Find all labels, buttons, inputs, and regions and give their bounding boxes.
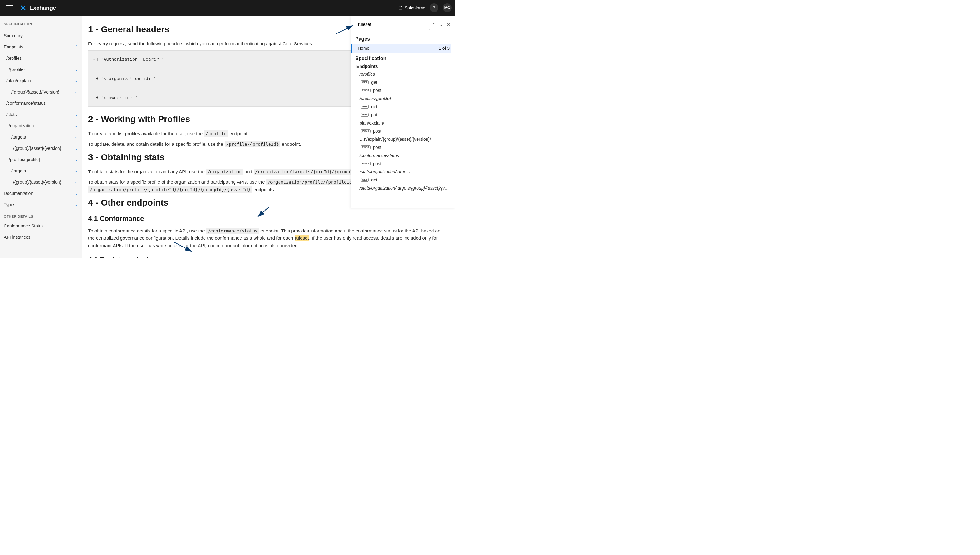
exchange-logo-icon xyxy=(20,5,26,11)
search-method[interactable]: PUTput xyxy=(355,111,451,119)
search-endpoint[interactable]: …n/explain/{group}/{asset}/{version}/ xyxy=(355,135,451,143)
search-method[interactable]: GETget xyxy=(355,176,451,184)
chevron-down-icon: ⌄ xyxy=(75,124,78,128)
topbar: Exchange Salesforce ? MC xyxy=(0,0,455,16)
sidebar: SPECIFICATION ⋮ Summary Endpoints ⌃ /pro… xyxy=(0,16,82,258)
sidebar-item[interactable]: /profiles/{profile}⌄ xyxy=(0,154,82,165)
search-method[interactable]: POSTpost xyxy=(355,87,451,95)
chevron-down-icon: ⌄ xyxy=(75,90,78,94)
search-method[interactable]: POSTpost xyxy=(355,127,451,135)
search-endpoint[interactable]: /profiles/{profile} xyxy=(355,95,451,103)
sidebar-item-documentation[interactable]: Documentation ⌄ xyxy=(0,188,82,199)
sidebar-item[interactable]: /{group}/{asset}/{version}⌄ xyxy=(0,87,82,98)
org-icon xyxy=(398,6,403,10)
sidebar-item[interactable]: /stats⌄ xyxy=(0,109,82,120)
help-button[interactable]: ? xyxy=(430,3,438,12)
search-spec-label: Specification xyxy=(355,56,451,61)
sidebar-item[interactable]: /{group}/{asset}/{version}⌄ xyxy=(0,176,82,188)
search-method[interactable]: GETget xyxy=(355,78,451,87)
menu-icon[interactable] xyxy=(6,5,13,10)
sidebar-item[interactable]: /plan/explain⌄ xyxy=(0,75,82,87)
search-panel: ⌃ ⌄ ✕ Pages Home 1 of 3 Specification En… xyxy=(350,16,455,208)
search-method[interactable]: POSTpost xyxy=(355,143,451,151)
search-method[interactable]: GETget xyxy=(355,103,451,111)
paragraph: To obtain conformance details for a spec… xyxy=(88,227,446,249)
search-endpoint[interactable]: /conformance/status xyxy=(355,151,451,160)
chevron-down-icon: ⌄ xyxy=(75,202,78,207)
sidebar-item-api-instances[interactable]: API instances xyxy=(0,231,82,243)
sidebar-item-types[interactable]: Types ⌄ xyxy=(0,199,82,210)
chevron-down-icon: ⌄ xyxy=(75,180,78,184)
chevron-down-icon: ⌄ xyxy=(75,79,78,83)
heading-42: 4.2 Explain endpoints xyxy=(88,256,446,258)
inline-code: /organization/profile/{profileId} xyxy=(266,179,356,185)
method-badge: POST xyxy=(361,129,371,133)
search-endpoint[interactable]: /stats/organization/targets xyxy=(355,168,451,176)
heading-41: 4.1 Conformance xyxy=(88,215,446,223)
chevron-down-icon: ⌄ xyxy=(75,168,78,173)
method-badge: POST xyxy=(361,146,371,149)
method-badge: GET xyxy=(361,80,369,85)
search-next-button[interactable]: ⌄ xyxy=(439,22,444,27)
sidebar-item-endpoints[interactable]: Endpoints ⌃ xyxy=(0,41,82,53)
org-label: Salesforce xyxy=(404,5,425,10)
chevron-down-icon: ⌄ xyxy=(75,191,78,196)
inline-code: /profile xyxy=(204,130,228,137)
method-badge: GET xyxy=(361,105,369,109)
search-endpoint[interactable]: /profiles xyxy=(355,70,451,78)
sidebar-item[interactable]: /targets⌄ xyxy=(0,165,82,176)
sidebar-item[interactable]: /conformance/status⌄ xyxy=(0,98,82,109)
chevron-down-icon: ⌄ xyxy=(75,135,78,139)
search-endpoint[interactable]: plan/explain/ xyxy=(355,119,451,127)
sidebar-spec-label: SPECIFICATION xyxy=(4,22,32,26)
search-prev-button[interactable]: ⌃ xyxy=(432,22,437,27)
search-endpoints-label: Endpoints xyxy=(357,64,451,69)
inline-code: /organization/profile/{profileId}/{orgId… xyxy=(88,186,252,193)
method-badge: POST xyxy=(361,162,371,166)
chevron-down-icon: ⌄ xyxy=(75,112,78,117)
method-badge: GET xyxy=(361,178,369,182)
inline-code: /profile/{profileId} xyxy=(224,141,280,148)
svg-rect-0 xyxy=(399,7,403,10)
org-switcher[interactable]: Salesforce xyxy=(398,5,425,10)
inline-code: /organization xyxy=(206,168,243,175)
method-badge: POST xyxy=(361,88,371,93)
sidebar-item-conformance-status[interactable]: Conformance Status xyxy=(0,220,82,231)
chevron-down-icon: ⌄ xyxy=(75,56,78,60)
search-result-home[interactable]: Home 1 of 3 xyxy=(351,44,451,53)
chevron-down-icon: ⌄ xyxy=(75,67,78,72)
method-badge: PUT xyxy=(361,113,369,117)
search-method[interactable]: POSTpost xyxy=(355,160,451,168)
sidebar-item[interactable]: /profiles⌄ xyxy=(0,53,82,64)
search-result-count: 1 of 3 xyxy=(439,46,450,51)
sidebar-menu-icon[interactable]: ⋮ xyxy=(72,21,78,27)
sidebar-other-label: OTHER DETAILS xyxy=(0,210,82,220)
sidebar-item[interactable]: /targets⌄ xyxy=(0,132,82,143)
sidebar-item[interactable]: /{profile}⌄ xyxy=(0,64,82,75)
chevron-down-icon: ⌄ xyxy=(75,157,78,162)
chevron-down-icon: ⌄ xyxy=(75,101,78,106)
search-input[interactable] xyxy=(355,19,430,30)
sidebar-item[interactable]: /organization⌄ xyxy=(0,120,82,132)
sidebar-item-summary[interactable]: Summary xyxy=(0,30,82,41)
sidebar-item[interactable]: /{group}/{asset}/{version}⌄ xyxy=(0,143,82,154)
avatar[interactable]: MC xyxy=(443,3,452,12)
chevron-up-icon: ⌃ xyxy=(75,45,78,49)
search-pages-label: Pages xyxy=(355,36,451,42)
search-highlight: ruleset xyxy=(294,235,309,241)
search-endpoint[interactable]: /stats/organization/targets/{group}/{ass… xyxy=(355,184,451,192)
chevron-down-icon: ⌄ xyxy=(75,146,78,151)
brand-label: Exchange xyxy=(29,5,56,11)
search-close-button[interactable]: ✕ xyxy=(446,21,452,28)
inline-code: /conformance/status xyxy=(206,228,259,234)
